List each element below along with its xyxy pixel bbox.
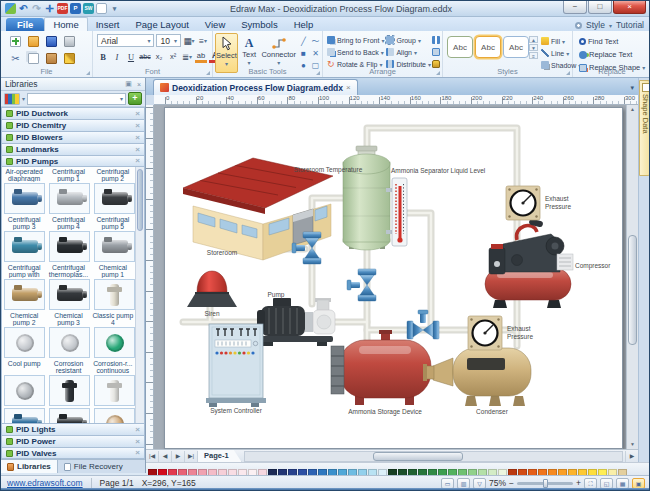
canvas-scroll-area[interactable]: Storeroom Temperature Storeroom Siren Pu… — [154, 105, 626, 449]
chevron-down-icon[interactable]: ▾ — [22, 95, 25, 102]
scrollbar-thumb[interactable] — [373, 452, 463, 461]
library-item-centrifugal-thermoplas[interactable] — [49, 279, 90, 310]
tutorial-menu[interactable]: Tutorial — [616, 20, 644, 30]
menu-tab-view[interactable]: View — [197, 18, 233, 31]
document-icon[interactable] — [96, 3, 107, 14]
dialog-launcher-icon[interactable] — [206, 71, 210, 75]
ammonia-storage-shape[interactable] — [331, 330, 431, 405]
style-preset-2[interactable]: Abc — [475, 36, 501, 58]
close-icon[interactable]: × — [135, 438, 140, 446]
pump-shape[interactable] — [257, 298, 335, 346]
library-item[interactable] — [49, 408, 90, 423]
close-icon[interactable]: × — [135, 146, 140, 154]
curve-tool-icon[interactable]: 〜 — [310, 36, 321, 47]
library-item-chemical-pump-3[interactable] — [49, 327, 90, 358]
library-item[interactable] — [4, 408, 45, 423]
library-item-cool-pump[interactable] — [4, 375, 45, 406]
library-section-pid-ductwork[interactable]: PID Ductwork× — [1, 107, 145, 119]
delete-tool-icon[interactable]: ✕ — [310, 48, 321, 59]
vertical-scrollbar[interactable]: ▲ ▼ — [626, 105, 638, 449]
menu-tab-insert[interactable]: Insert — [88, 18, 128, 31]
rectangle-tool-icon[interactable]: ■ — [298, 48, 309, 59]
close-icon[interactable]: × — [135, 449, 140, 457]
library-section-pid-blowers[interactable]: PID Blowers× — [1, 131, 145, 143]
tab-file-recovery[interactable]: File Recovery — [58, 460, 129, 473]
close-icon[interactable]: × — [135, 110, 140, 118]
pressure-gauge-shape[interactable] — [468, 316, 502, 350]
qat-dropdown-icon[interactable]: ▾ — [109, 3, 120, 14]
find-text-button[interactable]: Find Text — [579, 35, 650, 48]
superscript-button[interactable]: x² — [167, 50, 179, 63]
add-library-button[interactable]: + — [128, 92, 142, 105]
send-to-back-button[interactable]: Send to Back▾ — [327, 46, 384, 58]
gallery-more-icon[interactable]: ≡ — [529, 52, 538, 59]
borders-button[interactable]: ▦▾ — [183, 34, 195, 47]
zoom-select-icon[interactable]: ◱ — [600, 478, 613, 489]
dialog-launcher-icon[interactable] — [86, 71, 90, 75]
format-painter-button[interactable] — [62, 51, 77, 65]
columns-button[interactable] — [432, 34, 442, 46]
italic-button[interactable]: I — [111, 50, 123, 63]
library-item-centrifugal-pump-with[interactable] — [4, 279, 45, 310]
print-button[interactable] — [62, 34, 77, 48]
siren-shape[interactable] — [187, 271, 237, 307]
font-family-combo[interactable]: Arial▾ — [97, 34, 154, 47]
cut-button[interactable]: ✂ — [8, 51, 23, 65]
close-button[interactable]: × — [613, 1, 646, 14]
export-pdf-icon[interactable]: PDF — [57, 3, 68, 14]
normal-view-icon[interactable]: ▭ — [441, 478, 454, 489]
library-item-corrosion-resistant[interactable] — [49, 375, 90, 406]
new-button[interactable] — [8, 34, 23, 48]
ammonia-separator-shape[interactable] — [343, 146, 390, 250]
edrawsoft-link[interactable]: www.edrawsoft.com — [7, 478, 83, 488]
close-icon[interactable]: × — [135, 157, 140, 165]
redo-icon[interactable]: ↷ — [31, 3, 42, 14]
library-item-corrosion-r-continuous[interactable] — [94, 375, 135, 406]
library-section-landmarks[interactable]: Landmarks× — [1, 143, 145, 155]
library-item-air-operated-diaphragm[interactable] — [4, 183, 45, 214]
library-item-centrifugal-pump-3[interactable] — [4, 231, 45, 262]
export-ppt-icon[interactable]: P — [70, 3, 81, 14]
scroll-up-icon[interactable]: ▲ — [628, 105, 637, 114]
line-spacing-button[interactable]: ≣▾ — [181, 50, 193, 63]
paste-button[interactable] — [44, 51, 59, 65]
style-preset-1[interactable]: Abc — [447, 36, 473, 58]
menu-tab-file[interactable]: File — [6, 18, 44, 31]
scrollbar-thumb[interactable] — [137, 169, 143, 231]
dialog-launcher-icon[interactable] — [566, 71, 570, 75]
close-icon[interactable]: × — [135, 134, 140, 142]
group-button[interactable]: Group▾ — [386, 34, 430, 46]
page-view-icon[interactable]: ▥ — [457, 478, 470, 489]
zoom-slider[interactable] — [517, 482, 573, 485]
menu-tab-help[interactable]: Help — [286, 18, 322, 31]
font-size-combo[interactable]: 10▾ — [156, 34, 180, 47]
library-section-pid-lights[interactable]: PID Lights× — [1, 423, 145, 435]
bold-button[interactable]: B — [97, 50, 109, 63]
resize-button[interactable] — [432, 46, 442, 58]
strikethrough-button[interactable]: abc — [139, 50, 151, 63]
close-icon[interactable]: × — [137, 81, 141, 88]
tab-list-dropdown-icon[interactable]: ▾ — [630, 84, 634, 92]
list-button[interactable]: ≡▾ — [197, 34, 209, 47]
fit-page-icon[interactable]: ⛶ — [584, 478, 597, 489]
library-item-chemical-pump-1[interactable] — [94, 279, 135, 310]
gallery-down-icon[interactable]: ▼ — [529, 44, 538, 51]
next-page-icon[interactable]: ▶ — [172, 451, 185, 462]
library-item-chemical-pump-2[interactable] — [4, 327, 45, 358]
library-section-pid-chemitry[interactable]: PID Chemitry× — [1, 119, 145, 131]
open-button[interactable] — [26, 34, 41, 48]
horizontal-scrollbar[interactable] — [244, 451, 623, 462]
library-item-centrifugal-pump-2[interactable] — [94, 183, 135, 214]
scroll-down-icon[interactable]: ▼ — [628, 440, 637, 449]
save-button[interactable] — [44, 34, 59, 48]
close-icon[interactable]: × — [135, 426, 140, 434]
library-scrollbar[interactable] — [135, 167, 144, 423]
zoom-out-icon[interactable]: − — [509, 478, 514, 488]
gallery-up-icon[interactable]: ▲ — [529, 36, 538, 43]
zoom-in-icon[interactable]: + — [576, 478, 581, 488]
gear-icon[interactable] — [575, 22, 582, 29]
compressor-shape[interactable] — [485, 218, 573, 308]
condenser-shape[interactable] — [423, 348, 531, 406]
new-drawing-icon[interactable]: ✛ — [44, 3, 55, 14]
library-color-button[interactable] — [4, 93, 20, 105]
